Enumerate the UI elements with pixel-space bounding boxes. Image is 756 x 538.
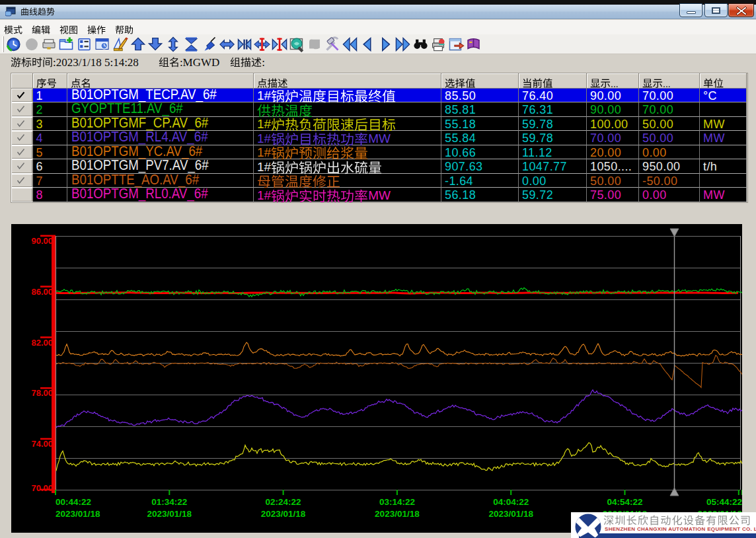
svg-text:2023/01/18: 2023/01/18 bbox=[147, 509, 192, 519]
svg-text:00:44:22: 00:44:22 bbox=[56, 497, 91, 507]
svg-text:2023/01/18: 2023/01/18 bbox=[375, 509, 420, 519]
svg-text:03:14:22: 03:14:22 bbox=[379, 497, 415, 507]
svg-text:04:04:22: 04:04:22 bbox=[493, 497, 529, 507]
svg-text:90.00: 90.00 bbox=[31, 236, 53, 246]
svg-text:78.00: 78.00 bbox=[31, 388, 53, 398]
svg-text:04:54:22: 04:54:22 bbox=[607, 497, 642, 507]
svg-text:86.00: 86.00 bbox=[31, 287, 53, 297]
svg-text:2023/01/18: 2023/01/18 bbox=[488, 509, 533, 519]
svg-text:82.00: 82.00 bbox=[31, 338, 53, 348]
svg-text:2023/01/18: 2023/01/18 bbox=[56, 509, 100, 519]
svg-text:70.00: 70.00 bbox=[31, 483, 53, 493]
svg-text:02:24:22: 02:24:22 bbox=[266, 497, 301, 507]
svg-text:2023/01/18: 2023/01/18 bbox=[261, 509, 306, 519]
svg-text:05:44:22: 05:44:22 bbox=[706, 497, 742, 507]
svg-text:74.00: 74.00 bbox=[31, 439, 53, 449]
svg-text:01:34:22: 01:34:22 bbox=[151, 497, 187, 507]
